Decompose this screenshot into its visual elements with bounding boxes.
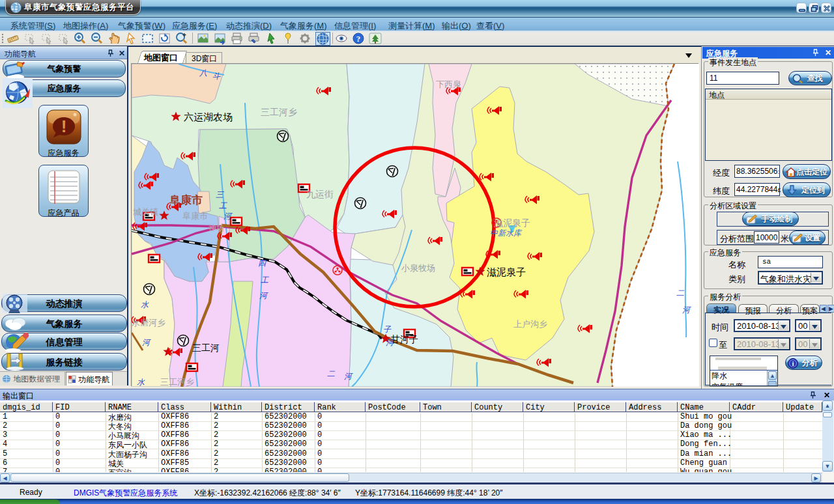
svg-text:河: 河 <box>386 338 395 347</box>
svg-text:河: 河 <box>223 212 233 221</box>
svg-text:三工河乡: 三工河乡 <box>261 107 297 117</box>
svg-text:城关镇: 城关镇 <box>133 207 158 217</box>
svg-text:滋泥泉子: 滋泥泉子 <box>494 217 530 228</box>
svg-text:?: ? <box>356 34 361 44</box>
svg-text:六运湖农场: 六运湖农场 <box>184 111 233 122</box>
svg-text:斗: 斗 <box>212 72 221 81</box>
svg-text:甘河子: 甘河子 <box>391 334 418 344</box>
svg-text:阜康市: 阜康市 <box>169 193 203 206</box>
svg-text:河: 河 <box>259 291 268 300</box>
svg-text:小泉牧场: 小泉牧场 <box>401 263 435 273</box>
svg-text:三: 三 <box>216 190 225 199</box>
svg-text:水: 水 <box>141 300 149 309</box>
svg-text:二: 二 <box>676 288 685 298</box>
svg-text:下西泉: 下西泉 <box>436 79 461 89</box>
svg-text:三工河: 三工河 <box>192 343 220 353</box>
svg-text:工: 工 <box>219 201 227 210</box>
svg-text:四: 四 <box>258 259 267 268</box>
svg-text:i: i <box>792 359 794 367</box>
svg-text:神场: 神场 <box>208 223 224 232</box>
svg-text:工: 工 <box>261 275 269 285</box>
svg-text:二: 二 <box>327 369 336 378</box>
svg-text:上户沟乡: 上户沟乡 <box>513 319 547 329</box>
svg-text:水磨河乡: 水磨河乡 <box>132 318 165 328</box>
svg-text:阜康市: 阜康市 <box>182 211 208 221</box>
svg-text:三工河乡: 三工河乡 <box>160 377 194 387</box>
svg-text:中新水库: 中新水库 <box>490 229 523 238</box>
svg-text:河: 河 <box>344 372 353 381</box>
svg-text:!: ! <box>61 117 66 136</box>
svg-text:水: 水 <box>137 378 145 387</box>
svg-text:河: 河 <box>682 305 691 315</box>
svg-text:滋泥泉子: 滋泥泉子 <box>487 266 526 277</box>
svg-text:子: 子 <box>383 325 392 334</box>
svg-text:九运街: 九运街 <box>306 189 334 199</box>
svg-text:河: 河 <box>142 338 151 347</box>
svg-text:八: 八 <box>199 68 207 77</box>
